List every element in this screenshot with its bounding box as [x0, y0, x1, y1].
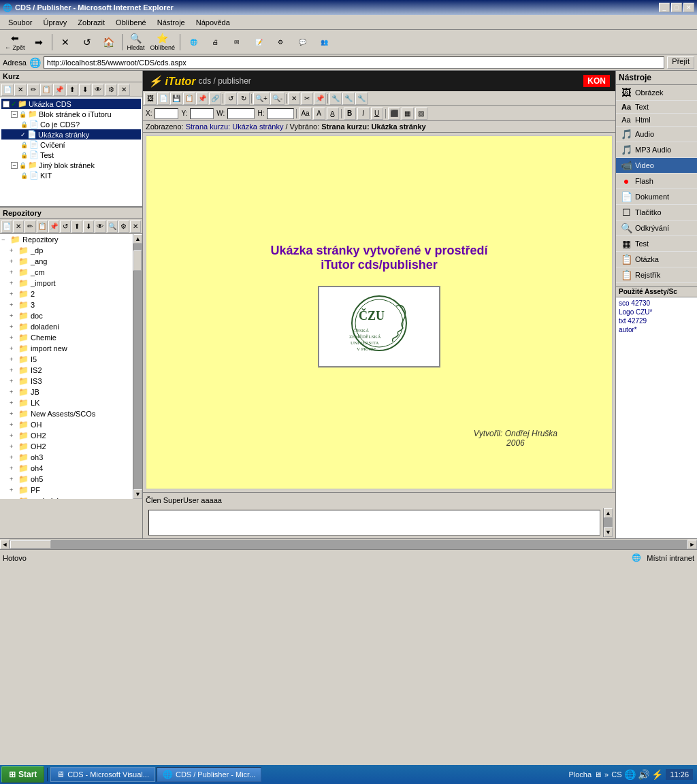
- home-button[interactable]: 🏠: [99, 32, 119, 52]
- repo-refresh-btn[interactable]: ↺: [60, 220, 71, 233]
- editor-tb-icon4[interactable]: 📋: [183, 93, 195, 105]
- expand-icon[interactable]: −: [11, 162, 18, 169]
- mail-button[interactable]: ✉: [227, 32, 247, 52]
- expand-icon[interactable]: +: [10, 454, 16, 461]
- kurz-x-btn[interactable]: ✕: [118, 84, 130, 96]
- repo-item-posledni[interactable]: + 📁 posledni: [0, 495, 133, 499]
- hscroll-thumb[interactable]: [10, 540, 51, 549]
- right-item-obrazek[interactable]: 🖼 Obrázek: [616, 85, 697, 101]
- editor-tb-icon1[interactable]: 🖼: [144, 93, 157, 105]
- expand-icon[interactable]: +: [10, 291, 16, 297]
- kurz-view-btn[interactable]: 👁: [92, 84, 104, 96]
- start-button[interactable]: ⊞ Start: [1, 766, 44, 783]
- repo-item-i5[interactable]: + 📁 I5: [0, 354, 133, 365]
- tree-item-test[interactable]: 🔒 📄 Test: [1, 150, 141, 160]
- repo-view-btn[interactable]: 👁: [95, 220, 106, 233]
- editor-tb-cut[interactable]: ✂: [301, 93, 313, 105]
- repo-scrollbar[interactable]: ▲ ▼: [133, 234, 142, 499]
- repo-item-doc[interactable]: + 📁 doc: [0, 310, 133, 321]
- expand-icon[interactable]: +: [10, 269, 16, 276]
- expand-icon[interactable]: −: [11, 111, 18, 118]
- search-button[interactable]: 🔍 Hledat: [125, 32, 147, 52]
- task-visual-studio[interactable]: 🖥 CDS - Microsoft Visual...: [50, 767, 155, 782]
- tree-item-kit[interactable]: 🔒 📄 KIT: [1, 170, 141, 180]
- kurz-delete-btn[interactable]: ✕: [14, 84, 27, 96]
- expand-icon[interactable]: +: [10, 497, 16, 499]
- editor-textarea[interactable]: [148, 510, 600, 536]
- repo-item-import-new[interactable]: + 📁 import new: [0, 343, 133, 354]
- favorites-button[interactable]: ⭐ Oblíbené: [148, 32, 178, 52]
- messenger-button[interactable]: 💬: [292, 32, 312, 52]
- stop-button[interactable]: ✕: [55, 32, 76, 52]
- textarea-scroll-track[interactable]: [604, 518, 613, 527]
- scroll-thumb[interactable]: [133, 250, 142, 271]
- kurz-up-btn[interactable]: ⬆: [66, 84, 78, 96]
- forward-button[interactable]: ➡: [29, 32, 49, 52]
- editor-tb-icon2[interactable]: 📄: [157, 93, 169, 105]
- repo-item-pf[interactable]: + 📁 PF: [0, 485, 133, 495]
- kurz-settings-btn[interactable]: ⚙: [105, 84, 117, 96]
- repo-item-ang[interactable]: + 📁 _ang: [0, 256, 133, 267]
- repo-item-oh2a[interactable]: + 📁 OH2: [0, 430, 133, 441]
- hscroll-track[interactable]: [10, 540, 687, 549]
- kurz-edit-btn[interactable]: ✏: [27, 84, 39, 96]
- right-item-mp3[interactable]: 🎵 MP3 Audio: [616, 142, 697, 158]
- expand-icon[interactable]: +: [10, 367, 16, 374]
- editor-tb-icon5[interactable]: 📌: [196, 93, 208, 105]
- align-left-btn[interactable]: ⬛: [388, 108, 400, 120]
- repo-item-jb[interactable]: + 📁 JB: [0, 387, 133, 397]
- repo-item-import[interactable]: + 📁 _import: [0, 278, 133, 289]
- expand-icon[interactable]: +: [10, 312, 16, 319]
- w-input[interactable]: [227, 108, 255, 119]
- editor-tb-paste[interactable]: 📌: [314, 93, 326, 105]
- align-center-btn[interactable]: ▦: [402, 108, 414, 120]
- repo-item-chemie[interactable]: + 📁 Chemie: [0, 332, 133, 343]
- expand-icon[interactable]: +: [10, 378, 16, 385]
- expand-icon[interactable]: +: [10, 323, 16, 330]
- menu-upravy[interactable]: Úpravy: [37, 17, 72, 28]
- expand-icon[interactable]: +: [10, 399, 16, 406]
- repo-delete-btn[interactable]: ✕: [13, 220, 24, 233]
- right-item-otazka[interactable]: 📋 Otázka: [616, 252, 697, 267]
- print-button[interactable]: 🖨: [205, 32, 225, 52]
- right-item-dokument[interactable]: 📄 Dokument: [616, 189, 697, 205]
- expand-icon[interactable]: +: [10, 280, 16, 287]
- back-button[interactable]: ⬅ ← Zpět: [3, 32, 27, 52]
- repo-item-root[interactable]: − 📁 Repozitory: [0, 234, 133, 245]
- textarea-scrollbar[interactable]: ▲ ▼: [603, 508, 613, 537]
- repo-item-oh4[interactable]: + 📁 oh4: [0, 463, 133, 474]
- expand-icon[interactable]: +: [10, 258, 16, 265]
- repo-copy-btn[interactable]: 📋: [37, 220, 48, 233]
- repo-item-doladeni[interactable]: + 📁 doladeni: [0, 321, 133, 332]
- editor-tb-zoom2[interactable]: 🔍-: [270, 93, 285, 105]
- font-color-btn[interactable]: A: [313, 108, 325, 120]
- scroll-track[interactable]: [133, 244, 142, 489]
- kurz-new-btn[interactable]: 📄: [1, 84, 14, 96]
- right-item-video[interactable]: 📹 Video: [616, 158, 697, 174]
- repo-item-is2[interactable]: + 📁 IS2: [0, 365, 133, 376]
- repo-item-3[interactable]: + 📁 3: [0, 299, 133, 310]
- editor-tb-more3[interactable]: 🔧: [355, 93, 368, 105]
- task-cds-publisher[interactable]: 🌐 CDS / Publisher - Micr...: [157, 767, 261, 782]
- expand-icon[interactable]: +: [10, 410, 16, 417]
- address-field[interactable]: http://localhost:85/wwwroot/CDS/cds.aspx: [44, 56, 664, 69]
- editor-tb-del[interactable]: ✕: [288, 93, 300, 105]
- editor-tb-more2[interactable]: 🔧: [342, 93, 355, 105]
- menu-nastroje[interactable]: Nástroje: [152, 17, 191, 28]
- expand-dp-icon[interactable]: +: [10, 247, 16, 254]
- media-button[interactable]: 🌐: [183, 32, 204, 52]
- right-item-rejstrik[interactable]: 📋 Rejstřík: [616, 267, 697, 283]
- repo-x-btn[interactable]: ✕: [130, 220, 141, 233]
- right-item-tlacitko[interactable]: ☐ Tlačítko: [616, 205, 697, 220]
- y-input[interactable]: [190, 108, 214, 119]
- editor-tb-icon6[interactable]: 🔗: [209, 93, 221, 105]
- kurz-copy-btn[interactable]: 📋: [40, 84, 52, 96]
- expand-icon[interactable]: +: [10, 443, 16, 450]
- repo-item-is3[interactable]: + 📁 IS3: [0, 376, 133, 387]
- right-item-flash[interactable]: ● Flash: [616, 174, 697, 189]
- x-input[interactable]: [155, 108, 178, 119]
- font-highlight-btn[interactable]: A̲: [327, 108, 339, 120]
- menu-soubor[interactable]: Soubor: [3, 17, 37, 28]
- scroll-down-btn[interactable]: ▼: [133, 489, 142, 499]
- repo-new-btn[interactable]: 📄: [1, 220, 12, 233]
